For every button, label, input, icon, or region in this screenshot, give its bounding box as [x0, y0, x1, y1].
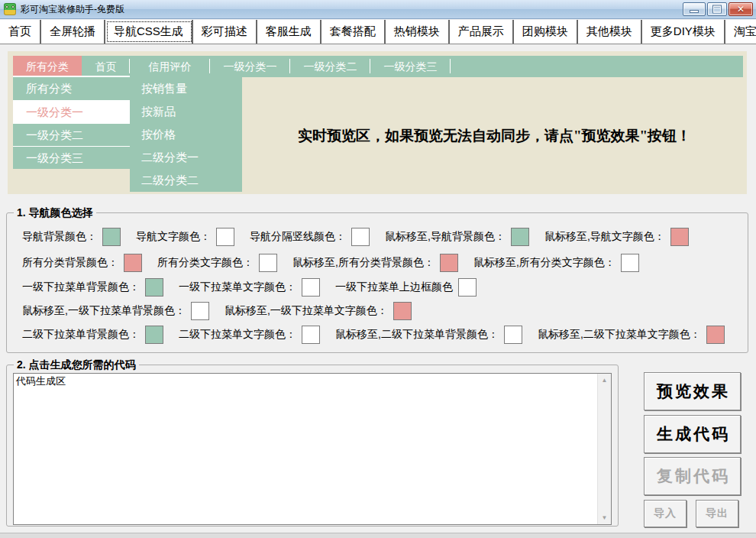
color-field: 鼠标移至,二级下拉菜单文字颜色：: [538, 326, 725, 344]
preview-dropdown1-item[interactable]: 一级分类二: [13, 123, 130, 146]
preview-dropdown2-item[interactable]: 按新品: [130, 100, 242, 123]
preview-nav-bar: 所有分类 首页信用评价一级分类一一级分类二一级分类三: [13, 56, 743, 77]
color-swatch[interactable]: [511, 228, 529, 246]
color-swatch[interactable]: [440, 254, 458, 272]
color-field: 所有分类背景颜色：: [22, 254, 142, 272]
color-field-label: 所有分类背景颜色：: [22, 256, 118, 270]
color-swatch[interactable]: [102, 228, 121, 246]
tab[interactable]: 淘宝代码调试: [725, 20, 756, 44]
close-button[interactable]: ✕: [729, 2, 753, 16]
tab[interactable]: 导航CSS生成: [105, 20, 193, 44]
code-scrollbar[interactable]: ▲ ▼: [597, 374, 611, 524]
preview-dropdown1-item[interactable]: 一级分类一: [13, 100, 130, 123]
color-swatch[interactable]: [458, 278, 477, 297]
preview-effect-button[interactable]: 预览效果: [644, 372, 741, 410]
tab[interactable]: 热销模块: [386, 20, 450, 44]
preview-nav-all-categories[interactable]: 所有分类: [13, 56, 82, 77]
color-swatch[interactable]: [216, 228, 234, 246]
color-field-label: 二级下拉菜单文字颜色：: [179, 328, 296, 342]
color-field-label: 导航背景颜色：: [22, 230, 97, 244]
color-row: 二级下拉菜单背景颜色：二级下拉菜单文字颜色：鼠标移至,二级下拉菜单背景颜色：鼠标…: [22, 325, 740, 345]
color-swatch[interactable]: [504, 326, 522, 344]
color-field: 二级下拉菜单文字颜色：: [179, 326, 320, 344]
color-swatch[interactable]: [145, 326, 163, 344]
scrollbar-up-icon[interactable]: ▲: [598, 374, 611, 387]
color-field-label: 导航文字颜色：: [136, 230, 211, 244]
preview-dropdown2-item[interactable]: 二级分类二: [130, 169, 242, 192]
preview-dropdown-level2: 按销售量按新品按价格二级分类一二级分类二: [130, 77, 242, 192]
tab[interactable]: 更多DIY模块: [642, 20, 725, 44]
color-swatch[interactable]: [393, 302, 412, 320]
color-field-label: 鼠标移至,导航背景颜色：: [385, 230, 506, 244]
color-field-label: 鼠标移至,一级下拉菜单文字颜色：: [225, 304, 388, 318]
tab[interactable]: 其他模块: [578, 20, 642, 44]
tab[interactable]: 客服生成: [257, 20, 321, 44]
color-swatch[interactable]: [670, 228, 689, 246]
color-field: 鼠标移至,所有分类文字颜色：: [473, 254, 639, 272]
color-swatch[interactable]: [706, 326, 725, 344]
preview-message: 实时预览区，如果预览无法自动同步，请点"预览效果"按钮！: [242, 77, 747, 194]
color-swatch[interactable]: [124, 254, 142, 272]
color-field-label: 鼠标移至,二级下拉菜单文字颜色：: [538, 328, 701, 342]
copy-code-button[interactable]: 复制代码: [644, 457, 741, 495]
tab[interactable]: 套餐搭配: [321, 20, 386, 44]
live-preview-area: 所有分类 首页信用评价一级分类一一级分类二一级分类三 所有分类一级分类一一级分类…: [8, 51, 747, 194]
maximize-icon: [713, 6, 721, 13]
preview-dropdown2-item[interactable]: 按销售量: [130, 77, 242, 100]
color-row: 鼠标移至,一级下拉菜单背景颜色：鼠标移至,一级下拉菜单文字颜色：: [22, 301, 427, 321]
color-field-label: 鼠标移至,所有分类文字颜色：: [473, 256, 615, 270]
color-swatch[interactable]: [351, 228, 370, 246]
color-swatch[interactable]: [259, 254, 277, 272]
color-field: 导航分隔竖线颜色：: [250, 228, 370, 246]
tab[interactable]: 彩可描述: [193, 20, 257, 44]
import-button[interactable]: 导入: [644, 500, 687, 527]
tab[interactable]: 首页: [0, 20, 41, 44]
tab[interactable]: 全屏轮播: [41, 20, 105, 44]
color-field-label: 鼠标移至,一级下拉菜单背景颜色：: [22, 304, 186, 318]
nav-color-groupbox-title: 1. 导航颜色选择: [14, 206, 96, 220]
color-field-label: 鼠标移至,导航文字颜色：: [544, 230, 665, 244]
color-swatch[interactable]: [302, 278, 320, 297]
preview-nav-item[interactable]: 一级分类一: [210, 56, 290, 77]
minimize-icon: [690, 10, 699, 13]
preview-nav-item[interactable]: 信用评价: [130, 56, 210, 77]
preview-dropdown2-item[interactable]: 二级分类一: [130, 146, 242, 169]
preview-nav-item[interactable]: 一级分类二: [290, 56, 370, 77]
color-swatch[interactable]: [191, 302, 209, 320]
color-field: 一级下拉菜单上边框颜色: [335, 278, 477, 297]
app-icon: [4, 3, 16, 15]
color-field-label: 二级下拉菜单背景颜色：: [22, 328, 140, 342]
tab[interactable]: 产品展示: [450, 20, 514, 44]
color-field: 二级下拉菜单背景颜色：: [22, 326, 163, 344]
export-button[interactable]: 导出: [696, 500, 738, 527]
color-field: 导航背景颜色：: [22, 228, 121, 246]
maximize-button[interactable]: [707, 2, 727, 16]
color-field-label: 一级下拉菜单文字颜色：: [179, 280, 296, 294]
title-bar: 彩可淘宝装修助手-免费版 ✕: [0, 0, 756, 19]
preview-dropdown1-item[interactable]: 所有分类: [13, 77, 130, 100]
color-field-label: 所有分类文字颜色：: [157, 256, 254, 270]
color-row: 一级下拉菜单背景颜色：一级下拉菜单文字颜色：一级下拉菜单上边框颜色: [22, 277, 492, 297]
tab[interactable]: 团购模块: [514, 20, 578, 44]
color-row: 导航背景颜色：导航文字颜色：导航分隔竖线颜色：鼠标移至,导航背景颜色：鼠标移至,…: [22, 227, 704, 247]
preview-dropdown2-item[interactable]: 按价格: [130, 123, 242, 146]
generate-code-button[interactable]: 生成代码: [644, 415, 741, 453]
generated-code-groupbox-title: 2. 点击生成您所需的代码: [14, 358, 139, 372]
preview-nav-item[interactable]: 首页: [82, 56, 130, 77]
window-bottom-frame: [0, 533, 756, 538]
generated-code-groupbox: 2. 点击生成您所需的代码 代码生成区 ▲ ▼: [6, 365, 619, 527]
color-field-label: 鼠标移至,二级下拉菜单背景颜色：: [335, 328, 499, 342]
preview-nav-item[interactable]: 一级分类三: [370, 56, 451, 77]
color-field: 鼠标移至,一级下拉菜单文字颜色：: [225, 302, 412, 320]
color-field-label: 导航分隔竖线颜色：: [250, 230, 346, 244]
preview-dropdown1-item[interactable]: 一级分类三: [13, 146, 130, 169]
color-swatch[interactable]: [621, 254, 639, 272]
color-swatch[interactable]: [302, 326, 320, 344]
code-output-text: 代码生成区: [16, 374, 596, 388]
color-field: 一级下拉菜单文字颜色：: [179, 278, 320, 297]
color-swatch[interactable]: [145, 278, 163, 297]
code-output-textarea[interactable]: 代码生成区 ▲ ▼: [13, 373, 612, 525]
color-field: 鼠标移至,所有分类背景颜色：: [292, 254, 458, 272]
scrollbar-down-icon[interactable]: ▼: [598, 511, 611, 524]
minimize-button[interactable]: [683, 2, 706, 16]
